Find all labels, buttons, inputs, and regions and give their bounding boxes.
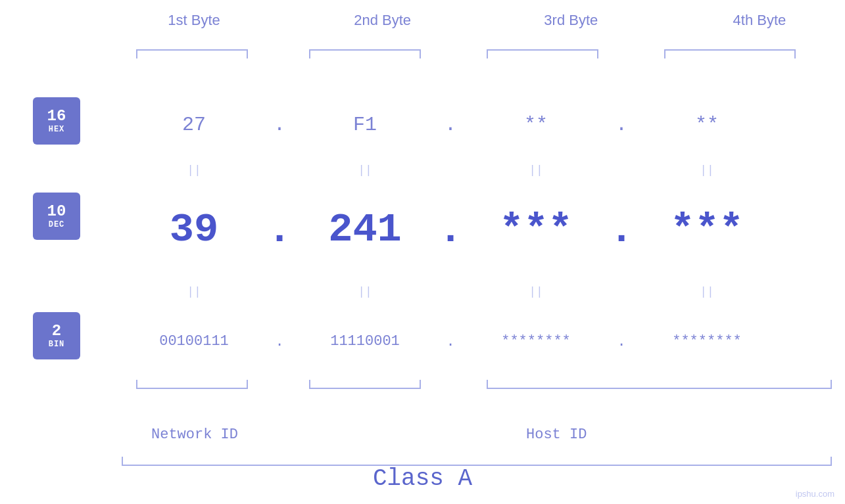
- bin-bottom-bracket-b1: [136, 380, 248, 389]
- hex-b3: **: [464, 102, 608, 148]
- class-label: Class A: [0, 465, 845, 492]
- top-bracket-byte3: [487, 49, 598, 58]
- sep1: ||: [122, 161, 266, 179]
- top-bracket-byte1: [136, 49, 248, 58]
- sep6: ||: [293, 283, 437, 301]
- sep5: ||: [122, 283, 266, 301]
- sep3: ||: [464, 161, 608, 179]
- byte1-header: 1st Byte: [122, 12, 266, 29]
- badge-hex-number: 16: [47, 108, 66, 125]
- dec-b4: ***: [635, 197, 779, 263]
- bin-row: 00100111 . 11110001 . ******** . *******…: [122, 319, 832, 365]
- hex-row: 27 . F1 . ** . **: [122, 102, 832, 148]
- badge-dec-label: DEC: [49, 220, 65, 229]
- hex-b1: 27: [122, 102, 266, 148]
- hex-dot3: .: [608, 114, 635, 136]
- hex-dot1: .: [266, 114, 293, 136]
- bin-b4: ********: [635, 319, 779, 365]
- sep4: ||: [635, 161, 779, 179]
- sep7: ||: [464, 283, 608, 301]
- badge-hex: 16 HEX: [33, 97, 80, 145]
- dec-dot1: .: [266, 207, 293, 254]
- dec-row: 39 . 241 . *** . ***: [122, 197, 832, 263]
- sep-hex-dec: || || || ||: [122, 161, 832, 179]
- badge-bin-number: 2: [52, 323, 61, 340]
- byte2-header: 2nd Byte: [310, 12, 455, 29]
- bin-b1: 00100111: [122, 319, 266, 365]
- sep2: ||: [293, 161, 437, 179]
- bin-b3: ********: [464, 319, 608, 365]
- bin-b2: 11110001: [293, 319, 437, 365]
- network-id-label: Network ID: [151, 426, 238, 443]
- host-id-label: Host ID: [526, 426, 587, 443]
- bin-dot2: .: [437, 334, 464, 350]
- badge-bin: 2 BIN: [33, 312, 80, 359]
- badge-dec: 10 DEC: [33, 193, 80, 240]
- top-bracket-byte2: [309, 49, 421, 58]
- byte3-header: 3rd Byte: [498, 12, 643, 29]
- top-bracket-byte4: [664, 49, 796, 58]
- dec-b1: 39: [122, 197, 266, 263]
- watermark: ipshu.com: [796, 489, 834, 499]
- bin-dot3: .: [608, 334, 635, 350]
- sep-dec-bin: || || || ||: [122, 283, 832, 301]
- hex-b4: **: [635, 102, 779, 148]
- bin-bottom-bracket-b2: [309, 380, 421, 389]
- main-layout: 1st Byte 2nd Byte 3rd Byte 4th Byte 16 H…: [0, 0, 845, 504]
- bin-dot1: .: [266, 334, 293, 350]
- hex-dot2: .: [437, 114, 464, 136]
- bin-bottom-bracket-b34: [487, 380, 832, 389]
- badge-bin-label: BIN: [49, 340, 65, 349]
- hex-b2: F1: [293, 102, 437, 148]
- byte4-header: 4th Byte: [687, 12, 832, 29]
- badge-hex-label: HEX: [49, 125, 65, 134]
- badge-dec-number: 10: [47, 203, 66, 220]
- sep8: ||: [635, 283, 779, 301]
- byte-headers: 1st Byte 2nd Byte 3rd Byte 4th Byte: [122, 12, 832, 29]
- dec-dot3: .: [608, 207, 635, 254]
- dec-b3: ***: [464, 197, 608, 263]
- dec-b2: 241: [293, 197, 437, 263]
- bottom-wide-bracket: [122, 457, 832, 466]
- dec-dot2: .: [437, 207, 464, 254]
